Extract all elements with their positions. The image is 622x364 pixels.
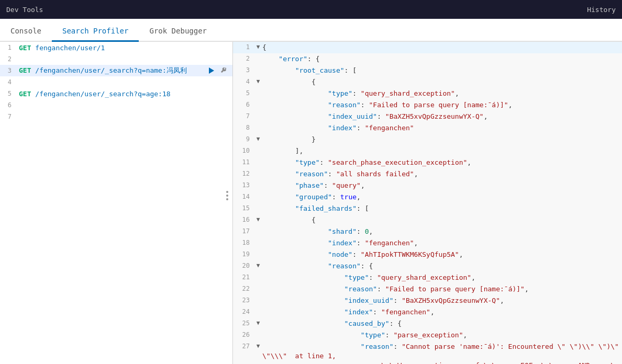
json-toggle-4[interactable]: ▼	[254, 76, 262, 85]
editor-line-4: 4	[0, 76, 232, 88]
json-linenum-5: 5	[233, 88, 254, 97]
line-actions-3	[206, 65, 232, 76]
json-toggle-9[interactable]: ▼	[254, 134, 262, 142]
http-method-3: GET	[19, 66, 31, 74]
json-toggle-7	[254, 111, 262, 112]
tab-search-profiler[interactable]: Search Profiler	[52, 21, 139, 42]
http-method-1: GET	[19, 44, 31, 52]
json-toggle-16[interactable]: ▼	[254, 214, 262, 223]
json-linenum-19: 19	[233, 249, 254, 258]
json-content-8: "index": "fenganchen"	[262, 122, 622, 134]
json-content-7: "index_uuid": "BaXZH5xvQpGzzseunwYX-Q",	[262, 111, 622, 122]
json-linenum-17: 17	[233, 226, 254, 235]
main-content: 1 GET fenganchen/user/1 2 3 GET	[0, 42, 622, 364]
json-linenum-26: 26	[233, 329, 254, 338]
json-viewer: 1 ▼ { 2 "error": { 3 "root_cause": [	[233, 42, 622, 364]
json-line-18: 18 "index": "fenganchen",	[233, 237, 622, 249]
json-line-27: 27 ▼ "reason": "Cannot parse 'name:¯á)':…	[233, 341, 622, 364]
json-line-26: 26 "type": "parse_exception",	[233, 329, 622, 341]
json-line-25: 25 ▼ "caused_by": {	[233, 318, 622, 329]
tab-console[interactable]: Console	[0, 21, 52, 42]
json-content-24: "index": "fenganchen",	[262, 306, 622, 318]
json-line-21: 21 "type": "query_shard_exception",	[233, 272, 622, 283]
json-toggle-18	[254, 237, 262, 239]
json-toggle-6	[254, 99, 262, 101]
resize-handle[interactable]	[222, 187, 232, 204]
json-line-19: 19 "node": "AhTIpokTTWKM6KSyQfup5A",	[233, 249, 622, 260]
json-toggle-23	[254, 295, 262, 297]
play-icon[interactable]	[206, 65, 217, 76]
json-toggle-25[interactable]: ▼	[254, 318, 262, 326]
json-line-1: 1 ▼ {	[233, 42, 622, 53]
json-content-9: }	[262, 134, 622, 145]
editor-line-7: 7	[0, 111, 232, 122]
json-linenum-27: 27	[233, 341, 254, 350]
json-toggle-22	[254, 283, 262, 285]
json-content-17: "shard": 0,	[262, 226, 622, 237]
json-toggle-27[interactable]: ▼	[254, 341, 262, 349]
json-line-14: 14 "grouped": true,	[233, 191, 622, 203]
editor-line-3: 3 GET /fenganchen/user/_search?q=name:冯凤…	[0, 65, 232, 76]
tab-grok-debugger[interactable]: Grok Debugger	[139, 21, 217, 42]
json-content-11: "type": "search_phase_execution_exceptio…	[262, 157, 622, 168]
json-line-8: 8 "index": "fenganchen"	[233, 122, 622, 134]
json-line-15: 15 "failed_shards": [	[233, 203, 622, 214]
line-content-5[interactable]: GET /fenganchen/user/_search?q=age:18	[16, 90, 232, 98]
json-toggle-15	[254, 203, 262, 204]
json-toggle-21	[254, 272, 262, 274]
json-content-16: {	[262, 214, 622, 226]
json-toggle-1[interactable]: ▼	[254, 42, 262, 50]
wrench-icon[interactable]	[219, 65, 229, 76]
json-content-25: "caused_by": {	[262, 318, 622, 329]
json-linenum-21: 21	[233, 272, 254, 281]
editor-line-6: 6	[0, 99, 232, 111]
json-content-22: "reason": "Failed to parse query [name:¯…	[262, 283, 622, 295]
json-linenum-23: 23	[233, 295, 254, 304]
json-toggle-20[interactable]: ▼	[254, 260, 262, 269]
json-toggle-26	[254, 329, 262, 331]
json-line-23: 23 "index_uuid": "BaXZH5xvQpGzzseunwYX-Q…	[233, 295, 622, 306]
json-toggle-11	[254, 157, 262, 158]
json-content-6: "reason": "Failed to parse query [name:¯…	[262, 99, 622, 111]
json-toggle-24	[254, 306, 262, 308]
line-num-2: 2	[0, 55, 16, 63]
right-panel: 1 ▼ { 2 "error": { 3 "root_cause": [	[233, 42, 622, 364]
json-linenum-2: 2	[233, 53, 254, 62]
json-content-3: "root_cause": [	[262, 65, 622, 76]
json-line-20: 20 ▼ "reason": {	[233, 260, 622, 272]
http-path-3: /fenganchen/user/_search?q=name:冯凤利	[35, 66, 186, 74]
json-content-4: {	[262, 76, 622, 88]
json-line-22: 22 "reason": "Failed to parse query [nam…	[233, 283, 622, 295]
line-content-1[interactable]: GET fenganchen/user/1	[16, 44, 232, 52]
json-toggle-3	[254, 65, 262, 66]
json-toggle-12	[254, 168, 262, 170]
json-toggle-5	[254, 88, 262, 89]
json-toggle-14	[254, 191, 262, 193]
json-linenum-13: 13	[233, 180, 254, 189]
json-content-15: "failed_shards": [	[262, 203, 622, 214]
line-num-6: 6	[0, 101, 16, 109]
json-content-1: {	[262, 42, 622, 53]
json-content-27: "reason": "Cannot parse 'name:¯á)': Enco…	[262, 341, 622, 364]
json-line-7: 7 "index_uuid": "BaXZH5xvQpGzzseunwYX-Q"…	[233, 111, 622, 122]
line-num-7: 7	[0, 113, 16, 120]
line-content-3[interactable]: GET /fenganchen/user/_search?q=name:冯凤利	[16, 66, 206, 75]
json-linenum-4: 4	[233, 76, 254, 85]
json-content-10: ],	[262, 145, 622, 157]
json-line-9: 9 ▼ }	[233, 134, 622, 145]
json-toggle-10	[254, 145, 262, 147]
json-linenum-3: 3	[233, 65, 254, 74]
json-line-2: 2 "error": {	[233, 53, 622, 65]
editor-lines: 1 GET fenganchen/user/1 2 3 GET	[0, 42, 232, 364]
json-linenum-16: 16	[233, 214, 254, 223]
json-linenum-18: 18	[233, 237, 254, 246]
json-line-11: 11 "type": "search_phase_execution_excep…	[233, 157, 622, 168]
json-linenum-9: 9	[233, 134, 254, 143]
json-linenum-15: 15	[233, 203, 254, 212]
json-content-20: "reason": {	[262, 260, 622, 272]
json-line-5: 5 "type": "query_shard_exception",	[233, 88, 622, 99]
http-path-1: fenganchen/user/1	[35, 44, 105, 52]
json-content-14: "grouped": true,	[262, 191, 622, 203]
history-button[interactable]: History	[587, 6, 616, 14]
json-content-23: "index_uuid": "BaXZH5xvQpGzzseunwYX-Q",	[262, 295, 622, 306]
